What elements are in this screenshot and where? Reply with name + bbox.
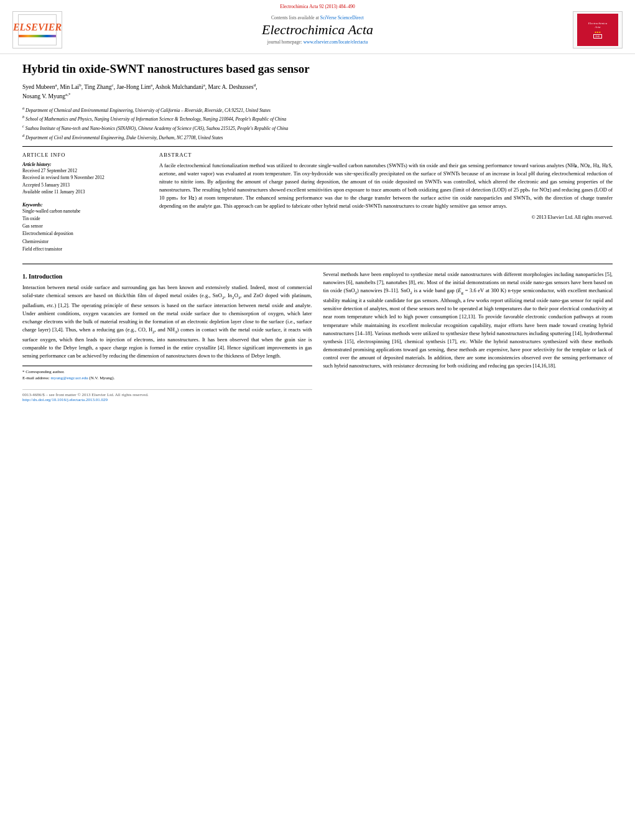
article-info-heading: ARTICLE INFO	[22, 152, 147, 158]
copyright: © 2013 Elsevier Ltd. All rights reserved…	[159, 215, 613, 220]
affiliation-d: d Department of Civil and Environmental …	[22, 132, 613, 141]
received-date: Received 27 September 2012	[22, 168, 147, 175]
content-right: Several methods have been employed to sy…	[323, 270, 613, 402]
journal-side-logo: ElectrochimicaActa ■ ■ ■ ISE	[573, 11, 623, 48]
history-label: Article history:	[22, 162, 147, 167]
journal-homepage: journal homepage: www.elsevier.com/locat…	[68, 39, 567, 45]
received-revised-date: Received in revised form 9 November 2012	[22, 175, 147, 182]
keyword-1: Single-walled carbon nanotube	[22, 208, 147, 215]
footnote-email: E-mail address: myung@engr.ucr.edu (N.V.…	[22, 375, 312, 382]
abstract-col: ABSTRACT A facile electrochemical functi…	[159, 152, 613, 259]
article-history: Article history: Received 27 September 2…	[22, 162, 147, 196]
main-content: 1. Introduction Interaction between meta…	[22, 270, 613, 402]
homepage-link[interactable]: www.elsevier.com/locate/electacta	[304, 39, 368, 45]
content-left: 1. Introduction Interaction between meta…	[22, 270, 312, 402]
keyword-3: Gas sensor	[22, 223, 147, 229]
page: Electrochimica Acta 92 (2013) 484–490 EL…	[0, 0, 635, 840]
accepted-date: Accepted 5 January 2013	[22, 182, 147, 189]
elsevier-logo: ELSEVIER	[12, 11, 62, 48]
intro-text-2: Several methods have been employed to sy…	[323, 270, 613, 371]
journal-center: Contents lists available at SciVerse Sci…	[62, 15, 573, 45]
footnote-corresponding: * Corresponding author.	[22, 369, 312, 376]
divider-2	[22, 264, 613, 264]
affiliation-a: a Department of Chemical and Environment…	[22, 105, 613, 114]
journal-title: Electrochimica Acta	[68, 22, 567, 38]
article-body: Hybrid tin oxide-SWNT nanostructures bas…	[0, 54, 635, 415]
doi-link: http://dx.doi.org/10.1016/j.electacta.20…	[22, 397, 312, 402]
doi-anchor[interactable]: http://dx.doi.org/10.1016/j.electacta.20…	[22, 397, 108, 402]
keyword-4: Electrochemical deposition	[22, 230, 147, 237]
article-info-col: ARTICLE INFO Article history: Received 2…	[22, 152, 147, 259]
keywords-label: Keywords:	[22, 202, 147, 208]
sciencedirect-link[interactable]: SciVerse ScienceDirect	[320, 15, 364, 21]
issn-text: 0013-4686/$ – see front matter © 2013 El…	[22, 392, 312, 397]
journal-header: Electrochimica Acta 92 (2013) 484–490 EL…	[0, 0, 635, 54]
affiliations: a Department of Chemical and Environment…	[22, 105, 613, 141]
available-date: Available online 11 January 2013	[22, 189, 147, 196]
bottom-bar: 0013-4686/$ – see front matter © 2013 El…	[22, 389, 312, 402]
intro-text-1: Interaction between metal oxide surface …	[22, 284, 312, 361]
sciencedirect-bar: Contents lists available at SciVerse Sci…	[68, 15, 567, 21]
email-link[interactable]: myung@engr.ucr.edu	[51, 376, 88, 381]
journal-top-bar: ELSEVIER Contents lists available at Sci…	[12, 11, 623, 48]
authors: Syed Mubeena, Min Laib, Ting Zhangc, Jae…	[22, 82, 613, 101]
footnotes: * Corresponding author. E-mail address: …	[22, 366, 312, 382]
keyword-5: Chemiresistor	[22, 238, 147, 245]
abstract-heading: ABSTRACT	[159, 152, 613, 158]
elsevier-stripe	[19, 35, 56, 37]
affiliation-c: c Suzhou Institute of Nano-tech and Nano…	[22, 123, 613, 132]
abstract-text: A facile electrochemical functionalizati…	[159, 162, 613, 211]
keyword-6: Field effect transistor	[22, 246, 147, 252]
keywords-section: Keywords: Single-walled carbon nanotube …	[22, 202, 147, 253]
keyword-2: Tin oxide	[22, 215, 147, 222]
article-info-abstract: ARTICLE INFO Article history: Received 2…	[22, 152, 613, 259]
divider-1	[22, 146, 613, 147]
article-title: Hybrid tin oxide-SWNT nanostructures bas…	[22, 62, 613, 77]
volume-info: Electrochimica Acta 92 (2013) 484–490	[12, 4, 623, 9]
introduction-heading: 1. Introduction	[22, 273, 312, 280]
affiliation-b: b School of Mathematics and Physics, Nan…	[22, 114, 613, 122]
